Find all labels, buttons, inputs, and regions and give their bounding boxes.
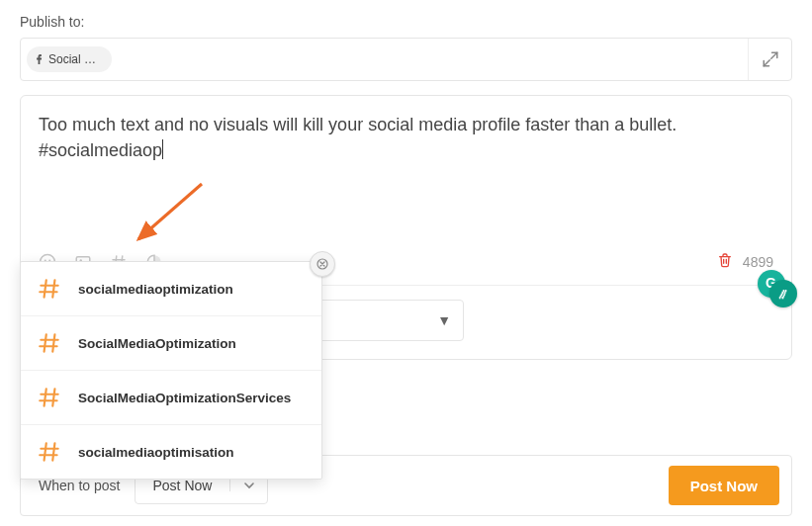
hashtag-suggestions: socialmediaoptimization SocialMediaOptim… xyxy=(20,261,322,480)
post-textarea[interactable]: Too much text and no visuals will kill y… xyxy=(21,96,791,244)
expand-button[interactable] xyxy=(748,39,791,80)
hashtag-suggestion[interactable]: SocialMediaOptimization xyxy=(21,316,321,371)
hashtag-suggestion-label: SocialMediaOptimization xyxy=(78,336,236,351)
hashtag-outline-icon xyxy=(37,330,62,356)
when-to-post-value: Post Now xyxy=(135,478,230,493)
hashtag-outline-icon xyxy=(37,439,62,465)
chevron-down-icon xyxy=(229,480,267,491)
account-chip-label: Social Ch… xyxy=(48,52,100,66)
publish-to-label: Publish to: xyxy=(20,14,792,30)
when-to-post-label: When to post xyxy=(33,478,121,493)
trash-icon xyxy=(717,252,733,268)
delete-button[interactable] xyxy=(717,252,733,271)
hashtag-suggestion[interactable]: SocialMediaOptimizationServices xyxy=(21,371,321,425)
facebook-icon xyxy=(35,53,45,65)
hashtag-suggestion-label: SocialMediaOptimizationServices xyxy=(78,391,291,405)
publish-to-field[interactable]: Social Ch… xyxy=(20,38,792,81)
hashtag-outline-icon xyxy=(37,276,62,302)
close-suggestions-button[interactable] xyxy=(310,251,335,277)
post-now-button[interactable]: Post Now xyxy=(669,466,779,505)
account-chip[interactable]: Social Ch… xyxy=(27,46,112,72)
close-icon xyxy=(316,258,328,270)
hashtag-suggestion-label: socialmediaoptimisation xyxy=(78,445,234,460)
post-text-content: Too much text and no visuals will kill y… xyxy=(39,112,773,163)
expand-icon xyxy=(762,50,779,68)
text-cursor xyxy=(162,139,163,159)
hashtag-suggestion-label: socialmediaoptimization xyxy=(78,282,233,297)
hashtag-outline-icon xyxy=(37,385,62,410)
character-count: 4899 xyxy=(743,254,773,270)
caret-down-icon: ▼ xyxy=(437,312,451,328)
extension-badges: ⫽ xyxy=(758,270,797,309)
hashtag-suggestion[interactable]: socialmediaoptimisation xyxy=(21,425,321,479)
secondary-badge[interactable]: ⫽ xyxy=(769,280,797,307)
hashtag-suggestion[interactable]: socialmediaoptimization xyxy=(21,262,321,316)
